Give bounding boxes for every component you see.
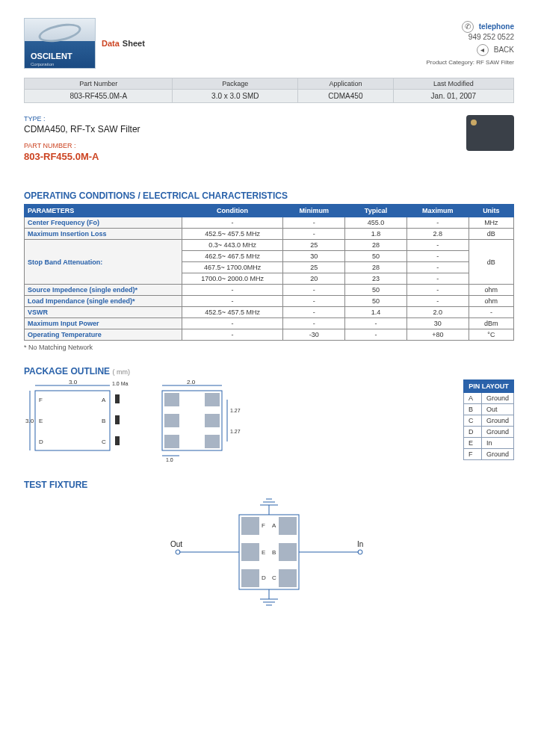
spec-min: -30 — [283, 329, 345, 341]
spec-param: Stop Band Attenuation: — [25, 240, 182, 285]
svg-text:B: B — [102, 418, 105, 424]
spec-typ: 50 — [345, 251, 407, 262]
info-value: CDMA450 — [298, 90, 394, 103]
svg-text:B: B — [272, 549, 276, 556]
spec-row: Center Frequency (Fo) - - 455.0 - MHz — [25, 217, 514, 229]
dim-t: 1.0 Max — [112, 381, 129, 386]
outline-drawing-top: 3.0 3.0 1.0 Max F E D A B C — [24, 379, 129, 462]
pin-val: Ground — [481, 415, 513, 427]
spec-cond: - — [182, 217, 283, 229]
spec-cond: - — [182, 329, 283, 341]
info-header: Package — [173, 78, 298, 90]
svg-rect-25 — [279, 517, 297, 535]
spec-row: Maximum Insertion Loss 452.5~ 457.5 MHz … — [25, 229, 514, 240]
type-value: CDMA450, RF-Tx SAW Filter — [24, 124, 457, 134]
spec-min: - — [283, 318, 345, 329]
package-outline-row: 3.0 3.0 1.0 Max F E D A B C — [24, 379, 514, 462]
po-title-text: PACKAGE OUTLINE — [24, 366, 110, 377]
col-header: Minimum — [283, 205, 345, 217]
po-title: PACKAGE OUTLINE ( mm) — [24, 366, 514, 377]
back-label: BACK — [494, 46, 514, 54]
spec-row: VSWR 452.5~ 457.5 MHz - 1.4 2.0 - — [25, 307, 514, 318]
svg-rect-16 — [205, 414, 220, 427]
spec-max: 2.0 — [406, 307, 469, 318]
pin-key: C — [463, 415, 481, 427]
dim-edge: 1.0 — [166, 457, 173, 462]
svg-rect-26 — [241, 543, 259, 561]
spec-typ: 1.8 — [345, 229, 407, 240]
info-header: Last Modified — [393, 78, 513, 90]
product-category-value: RF SAW Filter — [476, 59, 514, 66]
spec-typ: 50 — [345, 285, 407, 296]
brand-name: OSCILENT — [31, 52, 72, 61]
spec-table: PARAMETERS Condition Minimum Typical Max… — [24, 204, 514, 341]
spec-typ: 28 — [345, 262, 407, 273]
spec-min: - — [283, 217, 345, 229]
svg-text:F: F — [262, 522, 265, 529]
pin-layout: PIN LAYOUT AGround BOut CGround DGround … — [463, 379, 514, 460]
spec-max: 2.8 — [406, 229, 469, 240]
pin-key: B — [463, 404, 481, 415]
spec-cond: - — [182, 285, 283, 296]
pin-val: Out — [481, 404, 513, 415]
spec-row: Stop Band Attenuation: 0.3~ 443.0 MHz 25… — [25, 240, 514, 251]
spec-typ: - — [345, 318, 407, 329]
pin-title: PIN LAYOUT — [463, 380, 513, 393]
spec-units: dBm — [469, 318, 513, 329]
spec-row: Maximum Input Power - - - 30 dBm — [25, 318, 514, 329]
svg-rect-29 — [279, 569, 297, 587]
dim-h: 3.0 — [25, 418, 34, 424]
spec-min: 30 — [283, 251, 345, 262]
spec-min: - — [283, 296, 345, 307]
svg-rect-24 — [241, 517, 259, 535]
spec-param: Load Impendance (single ended)* — [25, 296, 182, 307]
spec-typ: 50 — [345, 296, 407, 307]
svg-rect-4 — [115, 415, 120, 424]
spec-param: Maximum Input Power — [25, 318, 182, 329]
tf-in: In — [357, 540, 363, 548]
spec-param: Center Frequency (Fo) — [25, 217, 182, 229]
spec-cond: 467.5~ 1700.0MHz — [182, 262, 283, 273]
meta-row: TYPE : CDMA450, RF-Tx SAW Filter PART NU… — [24, 115, 514, 176]
spec-units: °C — [469, 329, 513, 341]
spec-typ: 28 — [345, 240, 407, 251]
col-header: Typical — [345, 205, 407, 217]
page-header: OSCILENT Corporation DataSheet ✆ telepho… — [24, 18, 514, 69]
dim-p1: 1.27 — [230, 408, 241, 413]
svg-rect-14 — [205, 393, 220, 406]
dim-p2: 1.27 — [230, 429, 241, 434]
pn-value: 803-RF455.0M-A — [24, 151, 457, 162]
svg-rect-13 — [164, 393, 179, 406]
spec-row: Load Impendance (single ended)* - - 50 -… — [25, 296, 514, 307]
phone-icon: ✆ — [462, 21, 474, 33]
spec-units: dB — [469, 240, 513, 285]
svg-text:A: A — [102, 397, 106, 403]
pin-table: PIN LAYOUT AGround BOut CGround DGround … — [463, 379, 514, 460]
info-value: 3.0 x 3.0 SMD — [173, 90, 298, 103]
header-right: ✆ telephone 949 252 0522 ◂ BACK Product … — [426, 21, 514, 66]
spec-units: dB — [469, 229, 513, 240]
type-label: TYPE : — [24, 115, 457, 123]
spec-min: 20 — [283, 273, 345, 285]
svg-rect-18 — [205, 435, 220, 448]
col-header: Units — [469, 205, 513, 217]
telephone-number: 949 252 0522 — [469, 33, 514, 41]
spec-max: - — [406, 262, 469, 273]
telephone-row: ✆ telephone 949 252 0522 — [426, 21, 514, 41]
product-category: Product Category: RF SAW Filter — [426, 59, 514, 66]
spec-param: Operating Temperature — [25, 329, 182, 341]
spec-typ: - — [345, 329, 407, 341]
pn-label: PART NUMBER : — [24, 142, 457, 149]
back-link[interactable]: ◂ BACK — [426, 44, 514, 56]
col-header: Maximum — [406, 205, 469, 217]
spec-row: Source Impedence (single ended)* - - 50 … — [25, 285, 514, 296]
pin-key: E — [463, 438, 481, 449]
pin-key: A — [463, 393, 481, 404]
info-table: Part Number Package Application Last Mod… — [24, 78, 514, 103]
datasheet-label-dark: Sheet — [123, 39, 145, 48]
svg-text:C: C — [102, 439, 106, 445]
oc-title: OPERATING CONDITIONS / ELECTRICAL CHARAC… — [24, 190, 514, 201]
product-photo — [466, 115, 514, 151]
spec-param: Maximum Insertion Loss — [25, 229, 182, 240]
spec-min: - — [283, 229, 345, 240]
